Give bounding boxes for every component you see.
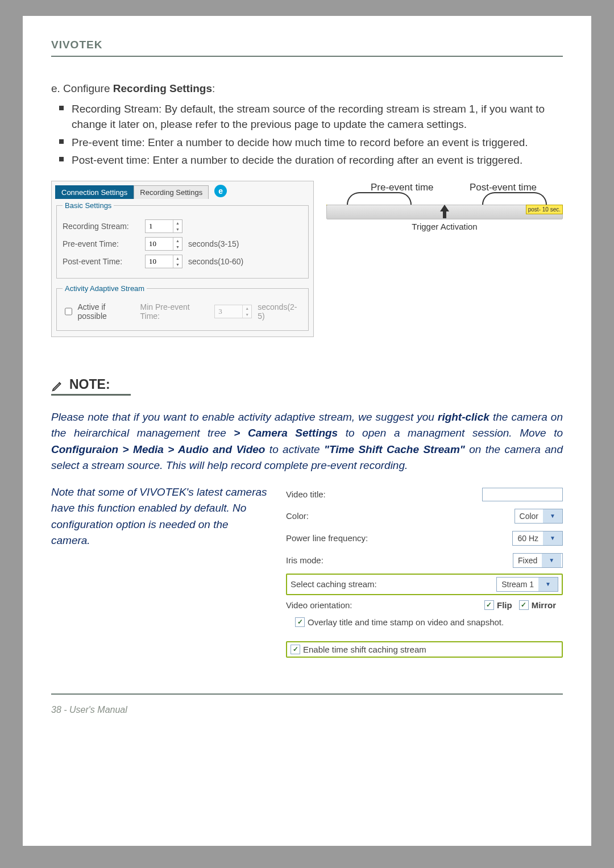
globe-icon[interactable]: e <box>214 185 227 197</box>
chevron-up-icon[interactable]: ▲ <box>173 220 182 226</box>
recording-settings-panel: Connection Settings Recording Settings e… <box>51 181 314 337</box>
chevron-down-icon[interactable]: ▼ <box>542 554 561 567</box>
note-paragraph-2: Note that some of VIVOTEK's latest camer… <box>51 484 270 549</box>
enable-cache-checkbox[interactable]: ✓ <box>291 645 300 654</box>
trigger-activation-label: Trigger Activation <box>412 222 477 231</box>
color-select[interactable]: Color▼ <box>515 509 563 524</box>
color-label: Color: <box>286 511 515 521</box>
pre-event-label: Pre-event Time: <box>63 239 139 248</box>
mirror-checkbox[interactable]: ✓ <box>519 600 529 610</box>
post-event-time-label: Post-event time <box>470 182 537 193</box>
active-if-possible-label: Active if possible <box>77 302 134 321</box>
chevron-down-icon[interactable]: ▼ <box>173 261 182 268</box>
tab-recording-settings[interactable]: Recording Settings <box>134 185 209 199</box>
camera-settings-table: Video title: Color:Color▼ Power line fre… <box>286 484 563 659</box>
orientation-label: Video orientation: <box>286 600 484 610</box>
chevron-down-icon[interactable]: ▼ <box>538 578 558 591</box>
note-title: NOTE: <box>69 377 110 392</box>
min-pre-event-label: Min Pre-event Time: <box>140 302 209 321</box>
basic-legend: Basic Settings <box>63 201 114 210</box>
post-event-label: Post-event Time: <box>63 257 139 266</box>
flip-checkbox[interactable]: ✓ <box>484 600 494 610</box>
video-title-input[interactable] <box>482 488 563 501</box>
enable-cache-label: Enable time shift caching stream <box>303 645 426 654</box>
post-event-stepper[interactable]: ▲▼ <box>145 255 182 268</box>
min-pre-event-stepper: ▲▼ <box>214 305 252 318</box>
timeline-diagram: Pre-event time Post-event time pre- 10 s… <box>326 181 563 249</box>
post-event-hint: seconds(10-60) <box>188 257 243 266</box>
svg-marker-0 <box>440 205 449 218</box>
recording-stream-label: Recording Stream: <box>63 222 139 231</box>
recording-stream-stepper[interactable]: ▲▼ <box>145 219 182 233</box>
pre-event-time-label: Pre-event time <box>371 182 434 193</box>
post-tag: post- 10 sec. <box>526 205 563 214</box>
brand: VIVOTEK <box>51 39 563 51</box>
active-if-possible-checkbox[interactable] <box>65 308 72 315</box>
plf-select[interactable]: 60 Hz▼ <box>512 531 563 546</box>
bullet-item: Post-event time: Enter a number to decid… <box>72 152 563 168</box>
overlay-label: Overlay title and time stamp on video an… <box>308 617 504 627</box>
note-paragraph-1: Please note that if you want to enable a… <box>51 409 563 474</box>
bullet-item: Pre-event time: Enter a number to decide… <box>72 135 563 151</box>
adaptive-stream-group: Activity Adaptive Stream Active if possi… <box>56 284 309 331</box>
chevron-down-icon[interactable]: ▼ <box>543 509 562 523</box>
plf-label: Power line frequency: <box>286 533 512 543</box>
section-heading: e. Configure Recording Settings: <box>51 81 563 97</box>
bullet-list: Recording Stream: By default, the stream… <box>51 101 563 168</box>
basic-settings-group: Basic Settings Recording Stream: ▲▼ Pre-… <box>56 201 309 279</box>
overlay-checkbox[interactable]: ✓ <box>295 617 305 627</box>
header-rule <box>51 56 563 57</box>
pre-event-stepper[interactable]: ▲▼ <box>145 237 182 251</box>
footer-rule <box>51 693 563 695</box>
adaptive-legend: Activity Adaptive Stream <box>63 284 147 293</box>
bullet-item: Recording Stream: By default, the stream… <box>72 101 563 132</box>
note-header: NOTE: <box>51 377 131 396</box>
chevron-down-icon[interactable]: ▼ <box>173 226 182 232</box>
tab-connection-settings[interactable]: Connection Settings <box>55 185 134 199</box>
chevron-up-icon[interactable]: ▲ <box>173 255 182 261</box>
caching-stream-label: Select caching stream: <box>291 579 496 589</box>
min-pre-event-hint: seconds(2-5) <box>258 302 302 321</box>
chevron-down-icon[interactable]: ▼ <box>173 244 182 250</box>
pencil-icon <box>51 380 64 392</box>
page-footer: 38 - User's Manual <box>51 705 563 715</box>
trigger-arrow-icon <box>440 205 449 218</box>
iris-label: Iris mode: <box>286 555 513 565</box>
video-title-label: Video title: <box>286 489 482 499</box>
flip-label: Flip <box>497 600 512 610</box>
mirror-label: Mirror <box>532 600 556 610</box>
chevron-up-icon[interactable]: ▲ <box>173 238 182 244</box>
caching-stream-select[interactable]: Stream 1▼ <box>496 577 558 592</box>
chevron-down-icon[interactable]: ▼ <box>543 531 562 545</box>
pre-event-hint: seconds(3-15) <box>188 239 239 248</box>
iris-select[interactable]: Fixed▼ <box>513 553 563 568</box>
